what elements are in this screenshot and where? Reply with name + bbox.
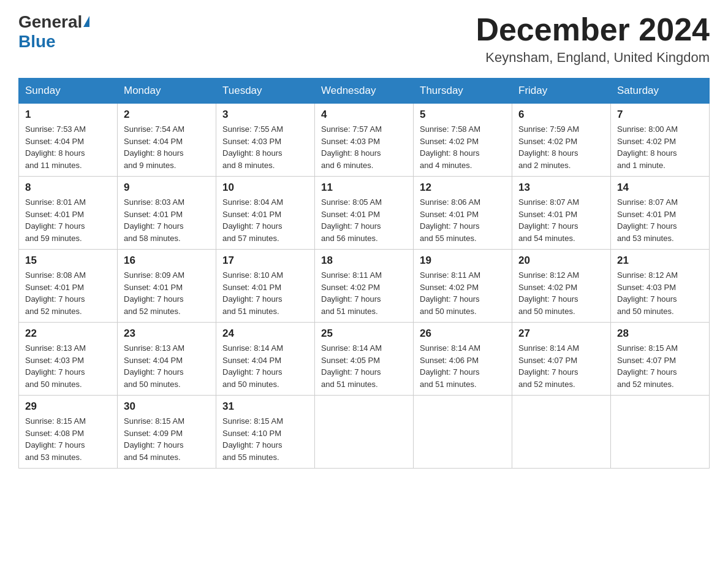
day-info: Sunrise: 8:15 AM Sunset: 4:07 PM Dayligh… xyxy=(617,342,703,390)
table-row: 8 Sunrise: 8:01 AM Sunset: 4:01 PM Dayli… xyxy=(19,177,118,250)
day-info: Sunrise: 8:10 AM Sunset: 4:01 PM Dayligh… xyxy=(222,269,308,317)
day-info: Sunrise: 8:14 AM Sunset: 4:05 PM Dayligh… xyxy=(321,342,407,390)
col-wednesday: Wednesday xyxy=(315,79,414,104)
day-info: Sunrise: 8:05 AM Sunset: 4:01 PM Dayligh… xyxy=(321,196,407,244)
table-row: 1 Sunrise: 7:53 AM Sunset: 4:04 PM Dayli… xyxy=(19,104,118,177)
day-info: Sunrise: 7:53 AM Sunset: 4:04 PM Dayligh… xyxy=(25,123,111,171)
table-row: 20 Sunrise: 8:12 AM Sunset: 4:02 PM Dayl… xyxy=(512,250,611,323)
table-row: 24 Sunrise: 8:14 AM Sunset: 4:04 PM Dayl… xyxy=(216,323,315,396)
day-info: Sunrise: 8:15 AM Sunset: 4:08 PM Dayligh… xyxy=(25,415,111,463)
day-number: 24 xyxy=(222,327,308,340)
table-row: 3 Sunrise: 7:55 AM Sunset: 4:03 PM Dayli… xyxy=(216,104,315,177)
day-number: 18 xyxy=(321,255,407,267)
day-number: 21 xyxy=(617,255,703,267)
day-number: 6 xyxy=(518,109,604,121)
day-number: 9 xyxy=(124,182,210,194)
logo-triangle-icon xyxy=(83,16,89,27)
day-info: Sunrise: 8:14 AM Sunset: 4:07 PM Dayligh… xyxy=(518,342,604,390)
table-row: 16 Sunrise: 8:09 AM Sunset: 4:01 PM Dayl… xyxy=(118,250,216,323)
col-sunday: Sunday xyxy=(19,79,118,104)
day-number: 7 xyxy=(617,109,703,121)
day-number: 25 xyxy=(321,327,407,340)
day-info: Sunrise: 8:11 AM Sunset: 4:02 PM Dayligh… xyxy=(420,269,506,317)
day-info: Sunrise: 7:55 AM Sunset: 4:03 PM Dayligh… xyxy=(222,123,308,171)
day-info: Sunrise: 7:54 AM Sunset: 4:04 PM Dayligh… xyxy=(124,123,210,171)
location: Keynsham, England, United Kingdom xyxy=(476,50,710,66)
day-info: Sunrise: 8:06 AM Sunset: 4:01 PM Dayligh… xyxy=(420,196,506,244)
day-number: 19 xyxy=(420,255,506,267)
day-number: 15 xyxy=(25,255,111,267)
calendar-week-row: 29 Sunrise: 8:15 AM Sunset: 4:08 PM Dayl… xyxy=(19,396,710,469)
table-row: 21 Sunrise: 8:12 AM Sunset: 4:03 PM Dayl… xyxy=(611,250,710,323)
table-row: 31 Sunrise: 8:15 AM Sunset: 4:10 PM Dayl… xyxy=(216,396,315,469)
day-info: Sunrise: 7:59 AM Sunset: 4:02 PM Dayligh… xyxy=(518,123,604,171)
table-row: 23 Sunrise: 8:13 AM Sunset: 4:04 PM Dayl… xyxy=(118,323,216,396)
calendar-week-row: 15 Sunrise: 8:08 AM Sunset: 4:01 PM Dayl… xyxy=(19,250,710,323)
month-title: December 2024 xyxy=(476,12,710,47)
day-number: 20 xyxy=(518,255,604,267)
day-number: 30 xyxy=(124,400,210,413)
day-number: 2 xyxy=(124,109,210,121)
table-row: 5 Sunrise: 7:58 AM Sunset: 4:02 PM Dayli… xyxy=(414,104,512,177)
day-number: 11 xyxy=(321,182,407,194)
table-row: 4 Sunrise: 7:57 AM Sunset: 4:03 PM Dayli… xyxy=(315,104,414,177)
table-row: 13 Sunrise: 8:07 AM Sunset: 4:01 PM Dayl… xyxy=(512,177,611,250)
table-row xyxy=(611,396,710,469)
calendar-week-row: 22 Sunrise: 8:13 AM Sunset: 4:03 PM Dayl… xyxy=(19,323,710,396)
day-info: Sunrise: 8:14 AM Sunset: 4:06 PM Dayligh… xyxy=(420,342,506,390)
table-row: 17 Sunrise: 8:10 AM Sunset: 4:01 PM Dayl… xyxy=(216,250,315,323)
day-info: Sunrise: 8:00 AM Sunset: 4:02 PM Dayligh… xyxy=(617,123,703,171)
table-row xyxy=(315,396,414,469)
day-number: 1 xyxy=(25,109,111,121)
table-row: 25 Sunrise: 8:14 AM Sunset: 4:05 PM Dayl… xyxy=(315,323,414,396)
day-number: 13 xyxy=(518,182,604,194)
day-info: Sunrise: 8:11 AM Sunset: 4:02 PM Dayligh… xyxy=(321,269,407,317)
col-thursday: Thursday xyxy=(414,79,512,104)
table-row: 27 Sunrise: 8:14 AM Sunset: 4:07 PM Dayl… xyxy=(512,323,611,396)
day-info: Sunrise: 8:03 AM Sunset: 4:01 PM Dayligh… xyxy=(124,196,210,244)
page-header: General Blue December 2024 Keynsham, Eng… xyxy=(18,12,710,66)
day-info: Sunrise: 8:15 AM Sunset: 4:10 PM Dayligh… xyxy=(222,415,308,463)
day-info: Sunrise: 7:58 AM Sunset: 4:02 PM Dayligh… xyxy=(420,123,506,171)
table-row xyxy=(512,396,611,469)
table-row: 15 Sunrise: 8:08 AM Sunset: 4:01 PM Dayl… xyxy=(19,250,118,323)
table-row: 14 Sunrise: 8:07 AM Sunset: 4:01 PM Dayl… xyxy=(611,177,710,250)
table-row: 19 Sunrise: 8:11 AM Sunset: 4:02 PM Dayl… xyxy=(414,250,512,323)
day-info: Sunrise: 8:13 AM Sunset: 4:03 PM Dayligh… xyxy=(25,342,111,390)
table-row: 2 Sunrise: 7:54 AM Sunset: 4:04 PM Dayli… xyxy=(118,104,216,177)
day-info: Sunrise: 8:13 AM Sunset: 4:04 PM Dayligh… xyxy=(124,342,210,390)
title-block: December 2024 Keynsham, England, United … xyxy=(476,12,710,66)
logo-blue: Blue xyxy=(18,32,56,52)
day-number: 5 xyxy=(420,109,506,121)
day-number: 16 xyxy=(124,255,210,267)
day-info: Sunrise: 8:14 AM Sunset: 4:04 PM Dayligh… xyxy=(222,342,308,390)
day-number: 23 xyxy=(124,327,210,340)
day-info: Sunrise: 8:04 AM Sunset: 4:01 PM Dayligh… xyxy=(222,196,308,244)
table-row xyxy=(414,396,512,469)
day-number: 22 xyxy=(25,327,111,340)
day-info: Sunrise: 8:12 AM Sunset: 4:02 PM Dayligh… xyxy=(518,269,604,317)
table-row: 18 Sunrise: 8:11 AM Sunset: 4:02 PM Dayl… xyxy=(315,250,414,323)
day-number: 10 xyxy=(222,182,308,194)
day-number: 26 xyxy=(420,327,506,340)
day-number: 17 xyxy=(222,255,308,267)
day-number: 14 xyxy=(617,182,703,194)
day-info: Sunrise: 8:07 AM Sunset: 4:01 PM Dayligh… xyxy=(518,196,604,244)
col-monday: Monday xyxy=(118,79,216,104)
day-info: Sunrise: 8:15 AM Sunset: 4:09 PM Dayligh… xyxy=(124,415,210,463)
day-info: Sunrise: 8:07 AM Sunset: 4:01 PM Dayligh… xyxy=(617,196,703,244)
day-info: Sunrise: 8:12 AM Sunset: 4:03 PM Dayligh… xyxy=(617,269,703,317)
day-number: 8 xyxy=(25,182,111,194)
table-row: 12 Sunrise: 8:06 AM Sunset: 4:01 PM Dayl… xyxy=(414,177,512,250)
day-info: Sunrise: 8:08 AM Sunset: 4:01 PM Dayligh… xyxy=(25,269,111,317)
col-friday: Friday xyxy=(512,79,611,104)
day-info: Sunrise: 8:09 AM Sunset: 4:01 PM Dayligh… xyxy=(124,269,210,317)
table-row: 22 Sunrise: 8:13 AM Sunset: 4:03 PM Dayl… xyxy=(19,323,118,396)
col-tuesday: Tuesday xyxy=(216,79,315,104)
day-number: 12 xyxy=(420,182,506,194)
table-row: 9 Sunrise: 8:03 AM Sunset: 4:01 PM Dayli… xyxy=(118,177,216,250)
table-row: 29 Sunrise: 8:15 AM Sunset: 4:08 PM Dayl… xyxy=(19,396,118,469)
table-row: 10 Sunrise: 8:04 AM Sunset: 4:01 PM Dayl… xyxy=(216,177,315,250)
calendar-table: Sunday Monday Tuesday Wednesday Thursday… xyxy=(18,78,710,469)
day-number: 29 xyxy=(25,400,111,413)
